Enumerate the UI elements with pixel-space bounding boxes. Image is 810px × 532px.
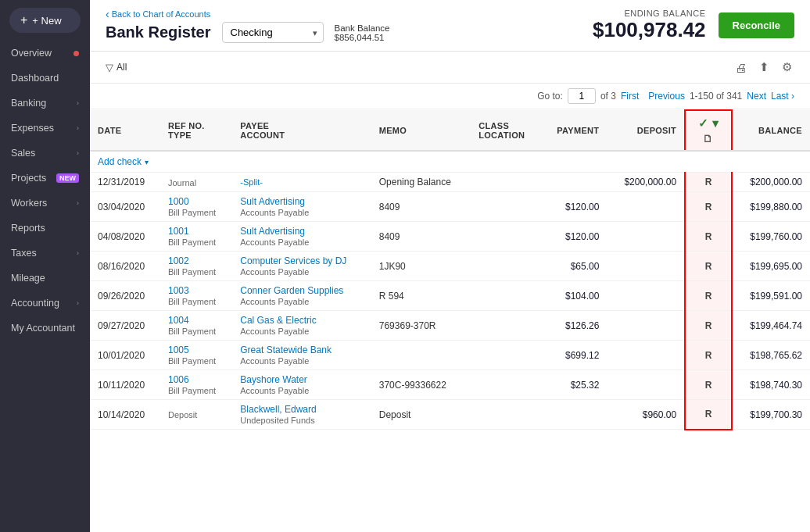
first-page-link[interactable]: First [621,91,639,102]
refno-value[interactable]: 1006 [168,374,224,385]
col-payment: PAYMENT [541,110,607,151]
table-row: 10/11/20201006Bill PaymentBayshore Water… [90,370,810,400]
filter-button[interactable]: ▽ All [106,62,127,73]
payee-value[interactable]: Cal Gas & Electric [240,315,363,326]
sidebar-label-expenses: Expenses [11,123,77,134]
payee-value[interactable]: Sult Advertising [240,226,363,237]
sidebar-item-expenses[interactable]: Expenses› [0,116,90,141]
col-balance: BALANCE [732,110,810,151]
reconcile-button[interactable]: Reconcile [719,12,794,38]
print-button[interactable]: 🖨 [733,59,749,77]
table-row: 09/27/20201004Bill PaymentCal Gas & Elec… [90,311,810,341]
cell-memo: 769369-370R [371,311,471,341]
table-row: 10/01/20201005Bill PaymentGreat Statewid… [90,341,810,370]
sidebar-item-workers[interactable]: Workers› [0,191,90,216]
sidebar-item-taxes[interactable]: Taxes› [0,241,90,266]
bank-balance-amount: $856,044.51 [335,33,390,42]
new-button[interactable]: + + New [9,8,81,33]
sidebar-item-accounting[interactable]: Accounting› [0,291,90,316]
add-check-button[interactable]: Add check [98,156,802,167]
col-check[interactable]: ✓ ▾ 🗋 [685,110,732,151]
sidebar: + + New OverviewDashboardBanking›Expense… [0,0,90,532]
export-button[interactable]: ⬆ [757,58,772,77]
total-pages: of 3 [600,91,616,102]
table-row: 10/14/2020DepositBlackwell, EdwardUndepo… [90,400,810,430]
new-badge: NEW [56,173,79,183]
cell-balance: $199,695.00 [732,252,810,281]
cell-payee: -Split- [232,173,371,192]
next-page-link[interactable]: Next [747,91,766,102]
back-link[interactable]: Back to Chart of Accounts [106,8,389,20]
sidebar-item-accountant[interactable]: My Accountant [0,316,90,341]
payee-value[interactable]: Great Statewide Bank [240,345,363,355]
sidebar-item-reports[interactable]: Reports [0,216,90,241]
page-input[interactable] [568,88,596,104]
cell-check[interactable]: R [685,173,732,192]
account-value: Accounts Payable [240,327,363,336]
sidebar-item-banking[interactable]: Banking› [0,91,90,116]
cell-memo: 8409 [371,192,471,222]
cell-balance: $199,591.00 [732,281,810,311]
cell-balance: $198,740.30 [732,370,810,400]
sidebar-label-sales: Sales [11,148,77,159]
cell-payment: $699.12 [541,341,607,370]
cell-class [471,281,541,311]
cell-payee: Cal Gas & ElectricAccounts Payable [232,311,371,341]
cell-check[interactable]: R [685,252,732,281]
payee-value[interactable]: Sult Advertising [240,196,363,207]
cell-deposit [607,252,685,281]
cell-check[interactable]: R [685,400,732,430]
sidebar-item-mileage[interactable]: Mileage [0,266,90,291]
cell-payment: $65.00 [541,252,607,281]
cell-class [471,370,541,400]
cell-payee: Bayshore WaterAccounts Payable [232,370,371,400]
previous-page-link[interactable]: Previous [648,91,685,102]
payee-value[interactable]: Bayshore Water [240,374,363,385]
cell-check[interactable]: R [685,222,732,252]
ending-balance-section: ENDING BALANCE $100,978.42 [593,9,706,42]
refno-value[interactable]: 1003 [168,285,224,296]
cell-class [471,341,541,370]
refno-value[interactable]: 1001 [168,226,224,237]
page-title: Bank Register [106,23,211,41]
last-page-link[interactable]: Last › [771,91,794,102]
filter-icon: ▽ [106,62,113,73]
filter-all-label: All [116,62,127,73]
plus-icon: + [20,13,27,27]
cell-check[interactable]: R [685,370,732,400]
cell-check[interactable]: R [685,281,732,311]
sidebar-item-dashboard[interactable]: Dashboard [0,66,90,91]
file-icon: 🗋 [703,133,713,145]
sidebar-label-banking: Banking [11,98,77,109]
cell-refno: 1002Bill Payment [160,252,232,281]
settings-button[interactable]: ⚙ [780,58,794,77]
refno-value[interactable]: 1004 [168,315,224,326]
refno-value[interactable]: 1000 [168,196,224,207]
col-date: DATE [90,110,160,151]
payee-value[interactable]: Blackwell, Edward [240,404,363,415]
cell-date: 09/26/2020 [90,281,160,311]
payee-value[interactable]: Conner Garden Supplies [240,285,363,296]
cell-check[interactable]: R [685,311,732,341]
col-payee: PAYEEACCOUNT [232,110,371,151]
account-dropdown[interactable]: Checking Savings Money Market [222,22,324,43]
cell-class [471,173,541,192]
table-header-row: DATE REF NO.TYPE PAYEEACCOUNT MEMO CLASS… [90,110,810,151]
cell-date: 09/27/2020 [90,311,160,341]
sidebar-item-sales[interactable]: Sales› [0,141,90,166]
page-range: 1-150 of 341 [690,91,742,102]
cell-check[interactable]: R [685,341,732,370]
cell-class [471,252,541,281]
refno-value[interactable]: 1005 [168,345,224,355]
cell-memo: Opening Balance [371,173,471,192]
split-link[interactable]: -Split- [240,177,363,187]
sidebar-item-projects[interactable]: ProjectsNEW [0,166,90,191]
cell-balance: $199,880.00 [732,192,810,222]
payee-value[interactable]: Computer Services by DJ [240,255,363,266]
cell-check[interactable]: R [685,192,732,222]
header-right: ENDING BALANCE $100,978.42 Reconcile [593,9,794,42]
account-value: Accounts Payable [240,297,363,306]
sidebar-item-overview[interactable]: Overview [0,41,90,66]
refno-value[interactable]: 1002 [168,255,224,266]
type-value: Bill Payment [168,356,224,366]
